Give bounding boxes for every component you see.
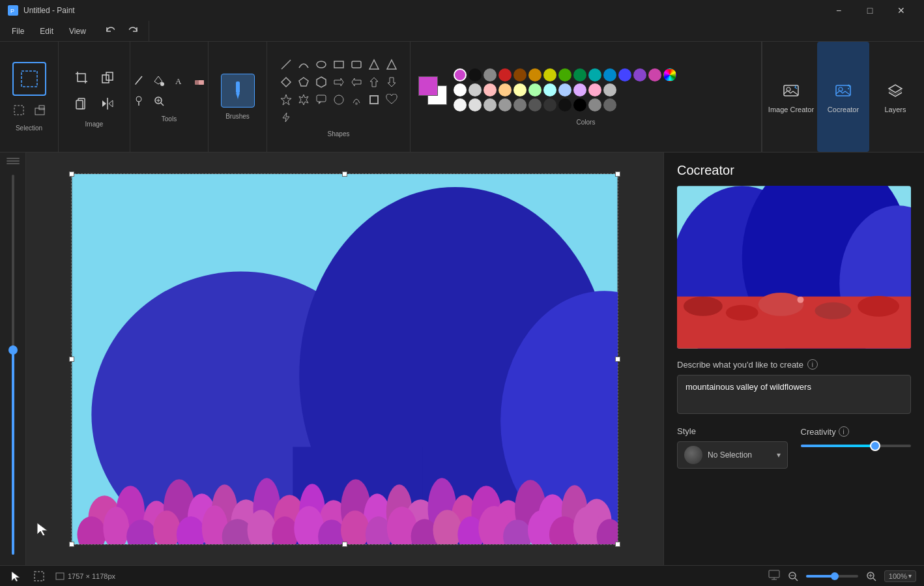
handle-top-center[interactable] — [342, 171, 347, 177]
pencil-tool[interactable] — [130, 72, 148, 90]
color-swatch[interactable] — [484, 98, 497, 111]
color-swatch-rainbow[interactable] — [663, 68, 676, 81]
redo-button[interactable] — [123, 21, 143, 42]
color-swatch[interactable] — [454, 98, 467, 111]
color-swatch[interactable] — [603, 83, 616, 96]
creativity-slider-handle[interactable] — [870, 441, 880, 451]
shape-pentagon[interactable] — [296, 74, 311, 90]
foreground-color-box[interactable] — [418, 76, 438, 96]
color-swatch[interactable] — [513, 98, 527, 111]
color-swatch[interactable] — [573, 98, 586, 111]
menu-edit[interactable]: Edit — [33, 24, 60, 38]
canvas-area[interactable] — [0, 153, 663, 565]
creativity-slider-track[interactable] — [801, 445, 912, 447]
v-slider-handle[interactable] — [8, 345, 18, 355]
color-swatch[interactable] — [454, 83, 467, 96]
image-creator-button[interactable]: Image Creator — [765, 42, 817, 152]
v-slider-track[interactable] — [12, 175, 14, 555]
image-crop-button[interactable] — [70, 66, 93, 89]
shape-arrow-down[interactable] — [384, 74, 399, 90]
color-swatch[interactable] — [588, 83, 601, 96]
marquee-tool-status[interactable] — [31, 568, 47, 584]
creativity-slider[interactable] — [801, 445, 912, 447]
brush-main-button[interactable] — [221, 74, 255, 108]
color-swatch[interactable] — [588, 68, 601, 81]
shape-callout[interactable] — [313, 92, 329, 108]
color-swatch[interactable] — [484, 83, 497, 96]
color-swatch[interactable] — [498, 68, 512, 81]
color-swatch[interactable] — [558, 98, 571, 111]
color-swatch[interactable] — [633, 68, 646, 81]
shape-rect2[interactable] — [349, 57, 364, 72]
shape-rounded[interactable] — [331, 92, 347, 108]
shape-oval[interactable] — [313, 57, 329, 72]
fill-tool[interactable] — [150, 72, 168, 90]
handle-mid-left[interactable] — [69, 357, 74, 362]
color-swatch[interactable] — [498, 98, 512, 111]
color-swatch[interactable] — [469, 68, 482, 81]
color-swatch[interactable] — [498, 83, 512, 96]
prompt-info-icon[interactable]: i — [807, 359, 818, 370]
handle-top-left[interactable] — [69, 171, 74, 177]
cocreator-button[interactable]: Cocreator — [817, 42, 869, 152]
creativity-info-icon[interactable]: i — [839, 426, 849, 437]
close-button[interactable]: ✕ — [886, 0, 916, 21]
zoom-out-button[interactable] — [785, 568, 801, 584]
shape-outline[interactable] — [366, 92, 382, 108]
color-swatch[interactable] — [528, 68, 541, 81]
shape-heart[interactable] — [384, 92, 399, 108]
color-swatch[interactable] — [558, 83, 571, 96]
zoom-level-dropdown[interactable]: 100% ▾ — [884, 570, 916, 582]
color-swatch[interactable] — [573, 68, 586, 81]
zoom-slider-horizontal[interactable] — [806, 575, 858, 578]
shape-arrow-left[interactable] — [349, 74, 364, 90]
selection-sub-2[interactable] — [31, 101, 49, 119]
shape-arrow-up[interactable] — [366, 74, 382, 90]
color-swatch[interactable] — [573, 83, 586, 96]
menu-file[interactable]: File — [5, 24, 31, 38]
handle-top-right[interactable] — [615, 171, 620, 177]
color-swatch[interactable] — [543, 98, 556, 111]
color-swatch[interactable] — [558, 68, 571, 81]
color-swatch[interactable] — [618, 68, 631, 81]
shape-star6[interactable] — [296, 92, 311, 108]
shape-triangle[interactable] — [366, 57, 382, 72]
shape-brush[interactable] — [349, 92, 364, 108]
minimize-button[interactable]: − — [824, 0, 854, 21]
color-swatch[interactable] — [603, 98, 616, 111]
shape-curve[interactable] — [296, 57, 311, 72]
shape-line[interactable] — [278, 57, 294, 72]
selection-sub-1[interactable] — [10, 101, 28, 119]
handle-bottom-right[interactable] — [615, 542, 620, 547]
shape-lightning[interactable] — [278, 110, 294, 125]
menu-view[interactable]: View — [63, 24, 93, 38]
color-swatch[interactable] — [469, 98, 482, 111]
handle-bottom-left[interactable] — [69, 542, 74, 547]
shape-diamond[interactable] — [278, 74, 294, 90]
image-resize-button[interactable] — [96, 66, 119, 89]
color-picker-tool[interactable] — [130, 92, 148, 110]
image-flip-button[interactable] — [96, 92, 119, 115]
shape-rect[interactable] — [331, 57, 347, 72]
eraser-tool[interactable] — [190, 72, 209, 90]
shape-hexagon[interactable] — [313, 74, 329, 90]
selection-tool-button[interactable] — [12, 62, 46, 96]
shape-arrow-right[interactable] — [331, 74, 347, 90]
color-swatch[interactable] — [603, 68, 616, 81]
color-swatch[interactable] — [513, 68, 527, 81]
color-swatch[interactable] — [513, 83, 527, 96]
layers-button[interactable]: Layers — [869, 42, 921, 152]
zoom-slider-handle[interactable] — [831, 572, 839, 580]
text-tool[interactable]: A — [170, 72, 188, 90]
undo-button[interactable] — [100, 21, 121, 42]
color-swatch[interactable] — [454, 68, 467, 81]
style-select-dropdown[interactable]: No Selection ▾ — [677, 441, 788, 469]
color-swatch[interactable] — [484, 68, 497, 81]
color-swatch[interactable] — [543, 68, 556, 81]
color-swatch[interactable] — [528, 83, 541, 96]
zoom-tool[interactable] — [150, 92, 168, 110]
shape-star[interactable] — [278, 92, 294, 108]
handle-bottom-center[interactable] — [342, 542, 347, 547]
zoom-in-button[interactable] — [863, 568, 879, 584]
color-swatch[interactable] — [648, 68, 661, 81]
